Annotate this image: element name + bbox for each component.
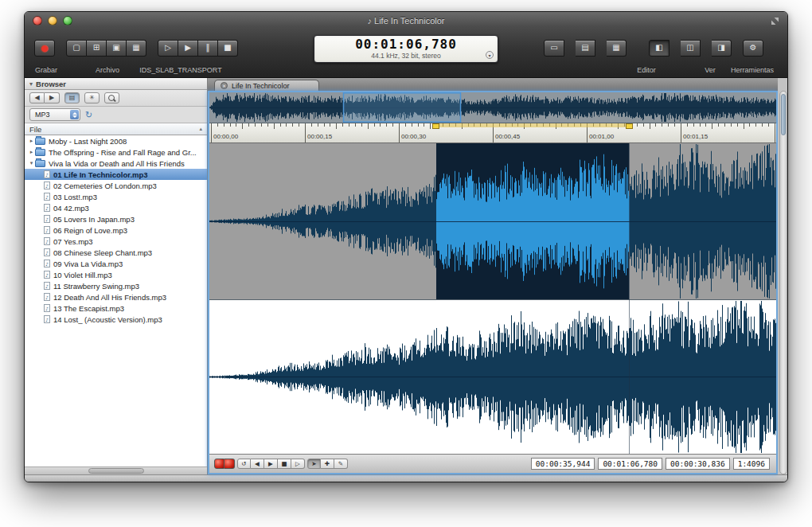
- format-select[interactable]: MP3: [29, 108, 80, 121]
- tree-row[interactable]: ♪10 Violet Hill.mp3: [25, 269, 207, 280]
- vscroll-thumb[interactable]: [781, 94, 786, 135]
- back-button[interactable]: ◀: [29, 92, 45, 103]
- go-to-end-button-mini[interactable]: ▶: [264, 459, 278, 469]
- forward-button[interactable]: ▶: [45, 92, 60, 103]
- browser-panel-header[interactable]: ▾ Browser: [25, 78, 207, 90]
- hscroll-thumb[interactable]: [88, 468, 144, 474]
- tree-row[interactable]: ♪14 Lost_ (Acoustic Version).mp3: [25, 314, 207, 325]
- pencil-tool-button[interactable]: ✎: [334, 459, 348, 469]
- action-menu-button[interactable]: ✳: [84, 92, 100, 103]
- stop-icon: ■: [281, 461, 287, 467]
- ruler-tick: [700, 123, 701, 127]
- play-from-start-button[interactable]: ▷: [158, 40, 178, 57]
- audio-file-icon: ♪: [44, 215, 50, 223]
- tree-row[interactable]: ♪03 Lost!.mp3: [25, 191, 207, 202]
- search-button[interactable]: [104, 92, 119, 103]
- play-button-mini[interactable]: ▷: [291, 459, 305, 469]
- view-right-panel-button[interactable]: ◨: [712, 40, 732, 57]
- close-window-button[interactable]: [33, 16, 42, 25]
- stop-button[interactable]: ■: [218, 40, 238, 57]
- tree-row[interactable]: ♪12 Death And All His Friends.mp3: [25, 291, 207, 303]
- tree-row[interactable]: ♪08 Chinese Sleep Chant.mp3: [25, 247, 207, 258]
- fullscreen-icon[interactable]: [771, 17, 779, 25]
- minimize-window-button[interactable]: [48, 16, 57, 25]
- tree-row[interactable]: ♪11 Strawberry Swing.mp3: [25, 280, 207, 291]
- stop-button-mini[interactable]: ■: [278, 459, 291, 469]
- zoom-tool-button[interactable]: ✚: [321, 459, 334, 469]
- tools-button[interactable]: ⚙: [743, 40, 763, 57]
- selection-tool-button[interactable]: ➤: [307, 459, 321, 469]
- tree-row[interactable]: ▸Moby - Last Night 2008: [25, 135, 207, 146]
- tree-row[interactable]: ♪04 42.mp3: [25, 202, 207, 213]
- tree-row[interactable]: ▸The Offspring - Rise and Fall Rage and …: [25, 146, 207, 158]
- selection-end-handle[interactable]: [626, 123, 633, 129]
- save-button[interactable]: ▣: [107, 40, 127, 57]
- gear-icon: ⚙: [750, 44, 757, 52]
- file-column-header[interactable]: File ▴: [25, 123, 207, 135]
- ruler-tick: [668, 123, 669, 127]
- tree-row[interactable]: ♪07 Yes.mp3: [25, 236, 207, 247]
- record-pause-button-mini[interactable]: ●: [224, 459, 235, 469]
- refresh-icon[interactable]: ↻: [85, 110, 92, 120]
- record-icon: ●: [41, 44, 49, 53]
- tree-row-label: Viva la Vida or Death and All His Friend…: [49, 159, 185, 168]
- ruler-tick: [674, 123, 675, 127]
- tree-row[interactable]: ♪01 Life In Technicolor.mp3: [25, 169, 207, 180]
- waveform-channels[interactable]: [209, 143, 776, 454]
- selection-start-handle[interactable]: [432, 123, 439, 129]
- timecode-menu-button[interactable]: ▾: [486, 51, 494, 59]
- tree-row-label: 04 42.mp3: [53, 204, 89, 213]
- tree-row[interactable]: ♪06 Reign of Love.mp3: [25, 224, 207, 236]
- new-file-button[interactable]: ▢: [66, 40, 87, 57]
- tree-row[interactable]: ♪02 Cemeteries Of London.mp3: [25, 180, 207, 191]
- ruler-tick: [361, 123, 362, 127]
- zoom-window-button[interactable]: [63, 16, 72, 25]
- ruler-tick: [299, 123, 299, 127]
- ruler-tick: [749, 123, 750, 127]
- tree-row[interactable]: ▾Viva la Vida or Death and All His Frien…: [25, 158, 207, 169]
- save-all-button[interactable]: ▦: [127, 40, 146, 57]
- open-file-button[interactable]: ⊞: [87, 40, 107, 57]
- tree-row[interactable]: ♪09 Viva La Vida.mp3: [25, 258, 207, 269]
- list-view-button[interactable]: ▤: [64, 92, 80, 103]
- overview-waveform[interactable]: [209, 92, 776, 123]
- vscroll-track[interactable]: [779, 91, 787, 474]
- editor-view-split-button[interactable]: ▤: [576, 40, 595, 57]
- timeline-ruler[interactable]: 00:00,0000:00,1500:00,3000:00,4500:01,00…: [209, 123, 776, 143]
- titlebar[interactable]: ♪ Life In Technicolor: [25, 12, 787, 29]
- view-left-panel-button[interactable]: ◧: [649, 40, 670, 57]
- disclosure-triangle-icon[interactable]: ▸: [28, 149, 35, 155]
- tab-close-icon[interactable]: ✕: [221, 82, 228, 89]
- ruler-tick: [386, 123, 387, 127]
- loop-button-mini[interactable]: ↺: [237, 459, 251, 469]
- tree-row[interactable]: ♪05 Lovers In Japan.mp3: [25, 213, 207, 224]
- ruler-tick: [274, 123, 275, 129]
- audio-file-icon: ♪: [44, 293, 50, 301]
- editor-view-waveform-button[interactable]: ▭: [544, 40, 564, 57]
- tab-life-in-technicolor[interactable]: ✕ Life In Technicolor: [214, 80, 319, 91]
- record-button-mini[interactable]: ●: [214, 459, 224, 469]
- ruler-tick: [744, 123, 744, 129]
- selection-band: [436, 123, 630, 127]
- view-center-panel-button[interactable]: ◫: [681, 40, 701, 57]
- disclosure-triangle-icon[interactable]: ▾: [28, 160, 35, 166]
- tree-row[interactable]: ♪13 The Escapist.mp3: [25, 303, 207, 314]
- go-to-start-button-mini[interactable]: ◀: [251, 459, 264, 469]
- left-channel-waveform[interactable]: [209, 143, 776, 299]
- ruler-tick: [267, 123, 268, 127]
- ruler-tick: [217, 123, 218, 127]
- right-channel-waveform[interactable]: [209, 299, 776, 454]
- selection-length-field: 00:00:30,836: [666, 458, 730, 470]
- right-panel-icon: ◨: [717, 44, 724, 52]
- sidebar-hscrollbar[interactable]: [25, 466, 207, 474]
- pause-button[interactable]: ‖: [198, 40, 218, 57]
- record-button[interactable]: ●: [34, 40, 55, 57]
- folder-icon: [35, 149, 45, 156]
- editor-view-grid-button[interactable]: ▦: [607, 40, 627, 57]
- ruler-tick: [280, 123, 281, 127]
- editor-vscrollbar[interactable]: [778, 78, 788, 474]
- play-button[interactable]: ▶: [178, 40, 198, 57]
- play-icon: ▷: [295, 461, 300, 467]
- disclosure-triangle-icon[interactable]: ▸: [28, 138, 35, 144]
- label-archivo: Archivo: [96, 66, 119, 74]
